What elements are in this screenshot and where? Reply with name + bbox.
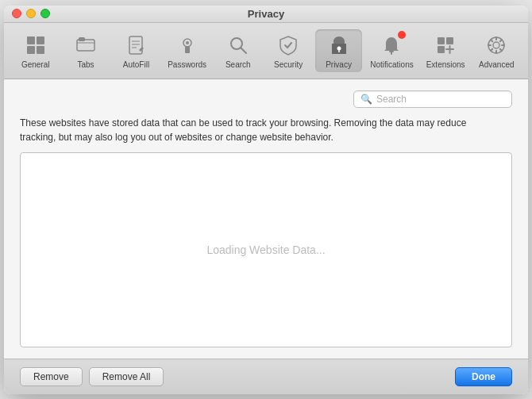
sidebar-item-security[interactable]: Security	[264, 29, 311, 72]
notifications-label: Notifications	[370, 60, 413, 69]
security-icon	[276, 33, 301, 58]
extensions-icon	[433, 33, 458, 58]
svg-point-17	[337, 46, 341, 50]
autofill-icon	[123, 33, 148, 58]
svg-rect-1	[37, 36, 44, 44]
svg-rect-2	[27, 46, 35, 54]
window-title: Privacy	[248, 8, 284, 20]
svg-rect-12	[185, 46, 190, 53]
privacy-label: Privacy	[326, 60, 352, 69]
autofill-label: AutoFill	[123, 60, 149, 69]
svg-rect-21	[438, 37, 445, 44]
svg-rect-0	[27, 36, 35, 44]
passwords-icon	[175, 33, 200, 58]
sidebar-item-autofill[interactable]: AutoFill	[113, 29, 160, 72]
toolbar: General Tabs A	[4, 23, 528, 79]
svg-rect-3	[37, 46, 44, 54]
sidebar-item-tabs[interactable]: Tabs	[62, 29, 109, 72]
advanced-icon	[484, 33, 509, 58]
sidebar-item-advanced[interactable]: Advanced	[473, 29, 520, 72]
sidebar-item-privacy[interactable]: Privacy	[315, 29, 362, 72]
svg-point-25	[493, 42, 499, 48]
minimize-button[interactable]	[26, 9, 36, 18]
website-data-box: Loading Website Data...	[20, 152, 512, 347]
sidebar-item-passwords[interactable]: Passwords	[163, 29, 211, 72]
search-label: Search	[226, 60, 251, 69]
svg-point-13	[186, 41, 189, 44]
general-icon	[23, 33, 48, 58]
svg-line-32	[500, 40, 502, 41]
loading-text: Loading Website Data...	[206, 244, 325, 256]
passwords-label: Passwords	[168, 60, 206, 69]
close-button[interactable]	[12, 9, 21, 18]
preferences-window: Privacy General Tabs	[4, 6, 528, 394]
svg-line-15	[241, 48, 246, 53]
sidebar-item-notifications[interactable]: Notifications	[365, 29, 418, 72]
svg-rect-22	[446, 37, 453, 44]
sidebar-item-extensions[interactable]: Extensions	[422, 29, 470, 72]
privacy-icon	[326, 33, 352, 58]
website-search-input[interactable]	[376, 94, 505, 105]
remove-all-button[interactable]: Remove All	[89, 367, 164, 386]
sidebar-item-search[interactable]: Search	[214, 29, 261, 72]
svg-rect-4	[77, 40, 94, 51]
tabs-label: Tabs	[78, 60, 94, 69]
svg-line-31	[500, 48, 502, 50]
done-button[interactable]: Done	[455, 367, 512, 386]
notifications-icon	[379, 33, 404, 58]
search-input-wrapper: 🔍	[353, 90, 512, 108]
content-area: 🔍 These websites have stored data that c…	[4, 79, 528, 359]
svg-line-33	[491, 48, 492, 50]
description-text: These websites have stored data that can…	[20, 116, 480, 144]
svg-rect-7	[129, 36, 142, 54]
svg-line-30	[491, 40, 492, 41]
sidebar-item-general[interactable]: General	[12, 29, 59, 72]
bottom-left-buttons: Remove Remove All	[20, 367, 455, 386]
extensions-label: Extensions	[426, 60, 465, 69]
svg-rect-23	[438, 46, 445, 53]
traffic-lights	[12, 9, 50, 18]
remove-button[interactable]: Remove	[20, 367, 83, 386]
title-bar: Privacy	[4, 6, 528, 23]
maximize-button[interactable]	[40, 9, 50, 18]
search-bar-row: 🔍	[20, 90, 512, 108]
search-icon	[226, 33, 251, 58]
general-label: General	[21, 60, 50, 69]
security-label: Security	[274, 60, 303, 69]
advanced-label: Advanced	[479, 60, 514, 69]
bottom-bar: Remove Remove All Done	[4, 359, 528, 394]
svg-rect-5	[79, 37, 85, 41]
tabs-icon	[73, 33, 98, 58]
search-magnify-icon: 🔍	[360, 94, 372, 105]
